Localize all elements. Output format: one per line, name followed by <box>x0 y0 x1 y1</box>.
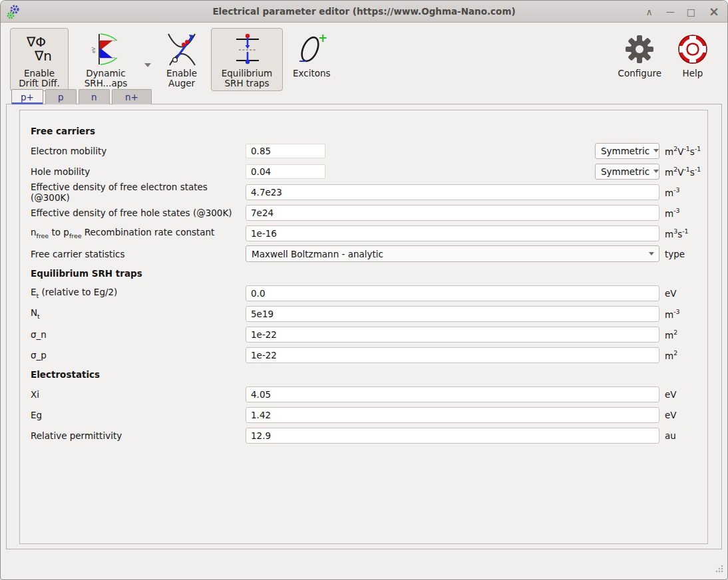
dynamic-srh-dropdown-button[interactable] <box>143 63 152 67</box>
section-equilibrium-srh-traps: Equilibrium SRH traps <box>31 264 707 283</box>
form-row: Nt m-3 <box>31 303 707 324</box>
field-label: Free carrier statistics <box>31 249 246 259</box>
sigma-p-input[interactable] <box>246 347 659 363</box>
section-electrostatics: Electrostatics <box>31 365 707 384</box>
field-label: σ_n <box>31 329 246 340</box>
form-row: σ_p m2 <box>31 345 707 365</box>
gear-icon <box>624 31 655 67</box>
notebook-frame: Free carriers Electron mobility Symmetri… <box>6 104 722 549</box>
lifebuoy-help-icon <box>677 31 709 67</box>
form-row: Eg eV <box>31 404 707 425</box>
chevron-down-icon <box>653 149 659 152</box>
unit-label: type <box>659 249 707 259</box>
field-label: nfree to pfree Recombination rate consta… <box>31 227 246 239</box>
field-label: Hole mobility <box>31 166 246 177</box>
unit-label: m-3 <box>659 308 707 320</box>
field-label: Electron mobility <box>31 146 246 156</box>
window-title: Electrical parameter editor (https://www… <box>212 6 515 17</box>
chevron-down-icon <box>649 252 654 255</box>
hole-mobility-input[interactable] <box>246 164 325 179</box>
field-label: Et (relative to Eg/2) <box>31 287 246 299</box>
section-heading: Electrostatics <box>31 369 246 380</box>
tab-n-plus[interactable]: n+ <box>112 89 152 104</box>
unit-label: m2 <box>659 329 707 341</box>
excitons-button[interactable]: + − Excitons <box>287 28 336 81</box>
form-row: σ_n m2 <box>31 324 707 345</box>
dynamic-srh-icon: eV <box>89 31 122 67</box>
trap-density-input[interactable] <box>246 306 659 322</box>
close-window-button[interactable]: × <box>709 5 719 18</box>
form-row: Effective density of free hole states (@… <box>31 202 707 223</box>
field-label: Eg <box>31 410 246 420</box>
relative-permittivity-input[interactable] <box>246 428 659 444</box>
tab-p[interactable]: p <box>45 89 77 104</box>
unit-label: m2 <box>659 349 707 361</box>
section-free-carriers: Free carriers <box>31 122 707 140</box>
unit-label: m-3 <box>659 186 707 198</box>
equilibrium-srh-traps-button[interactable]: Equilibrium SRH traps <box>211 28 283 91</box>
excitons-icon: + − <box>294 31 329 67</box>
eg-input[interactable] <box>246 407 659 423</box>
layer-tabstrip: p+ p n n+ <box>6 87 722 104</box>
tab-p-plus[interactable]: p+ <box>11 89 43 104</box>
unit-label: m2V-1s-1 <box>659 166 707 178</box>
field-label: Xi <box>31 389 246 400</box>
parameters-panel: Free carriers Electron mobility Symmetri… <box>19 110 708 544</box>
field-label: σ_p <box>31 350 246 361</box>
form-row: Hole mobility Symmetric m2V-1s-1 <box>31 161 707 182</box>
section-heading: Equilibrium SRH traps <box>31 268 246 279</box>
svg-text:eV: eV <box>91 47 96 53</box>
configure-button[interactable]: Configure <box>613 28 667 81</box>
form-row: Et (relative to Eg/2) eV <box>31 283 707 303</box>
unit-label: m-3 <box>659 207 707 219</box>
equilibrium-srh-icon <box>230 31 264 67</box>
effective-density-free-electron-states-input[interactable] <box>246 184 659 200</box>
form-row: Effective density of free electron state… <box>31 182 707 202</box>
recombination-rate-constant-input[interactable] <box>246 225 659 241</box>
effective-density-free-hole-states-input[interactable] <box>246 205 659 221</box>
field-label: Relative permittivity <box>31 430 246 441</box>
dynamic-srh-traps-button[interactable]: eV Dynamic SRH...aps <box>73 28 138 91</box>
resize-grip[interactable] <box>714 563 724 576</box>
free-carrier-statistics-select[interactable]: Maxwell Boltzmann - analytic <box>246 245 659 262</box>
unit-label: eV <box>659 288 707 299</box>
trap-energy-input[interactable] <box>246 285 659 301</box>
form-row: Free carrier statistics Maxwell Boltzman… <box>31 243 707 264</box>
form-row: Xi eV <box>31 384 707 404</box>
unit-label: au <box>659 430 707 441</box>
maximize-window-button[interactable]: □ <box>687 7 695 17</box>
sigma-n-input[interactable] <box>246 327 659 343</box>
tab-n[interactable]: n <box>79 89 110 104</box>
field-label: Effective density of free hole states (@… <box>31 208 246 218</box>
auger-icon <box>165 31 198 67</box>
shade-window-button[interactable]: ∧ <box>646 7 653 17</box>
field-label: Nt <box>31 307 246 320</box>
electron-mobility-input[interactable] <box>246 144 325 158</box>
electron-mobility-symmetry-select[interactable]: Symmetric <box>595 143 659 159</box>
form-row: Electron mobility Symmetric m2V-1s-1 <box>31 140 707 161</box>
hole-mobility-symmetry-select[interactable]: Symmetric <box>595 164 659 180</box>
titlebar: Electrical parameter editor (https://www… <box>1 1 727 23</box>
electrical-parameter-editor-window: Electrical parameter editor (https://www… <box>0 0 728 580</box>
form-row: Relative permittivity au <box>31 425 707 446</box>
field-label: Effective density of free electron state… <box>31 182 246 203</box>
chevron-down-icon <box>653 170 659 173</box>
unit-label: eV <box>659 389 707 400</box>
xi-input[interactable] <box>246 386 659 402</box>
unit-label: m2V-1s-1 <box>659 145 707 157</box>
drift-diffusion-icon: ∇Φ ∇n <box>27 31 52 67</box>
help-button[interactable]: Help <box>671 28 714 81</box>
app-gears-icon <box>7 4 21 23</box>
minus-glyph: − <box>298 54 307 67</box>
minimize-window-button[interactable]: — <box>666 7 673 16</box>
unit-label: m3s-1 <box>659 227 707 239</box>
toolbar: ∇Φ ∇n Enable Drift Diff. eV Dyna <box>1 23 727 87</box>
form-row: nfree to pfree Recombination rate consta… <box>31 223 707 243</box>
unit-label: eV <box>659 410 707 420</box>
plus-glyph: + <box>318 31 327 45</box>
enable-auger-button[interactable]: Enable Auger <box>157 28 206 91</box>
section-heading: Free carriers <box>31 126 246 136</box>
enable-drift-diffusion-button[interactable]: ∇Φ ∇n Enable Drift Diff. <box>10 28 69 91</box>
chevron-down-icon <box>144 63 151 67</box>
